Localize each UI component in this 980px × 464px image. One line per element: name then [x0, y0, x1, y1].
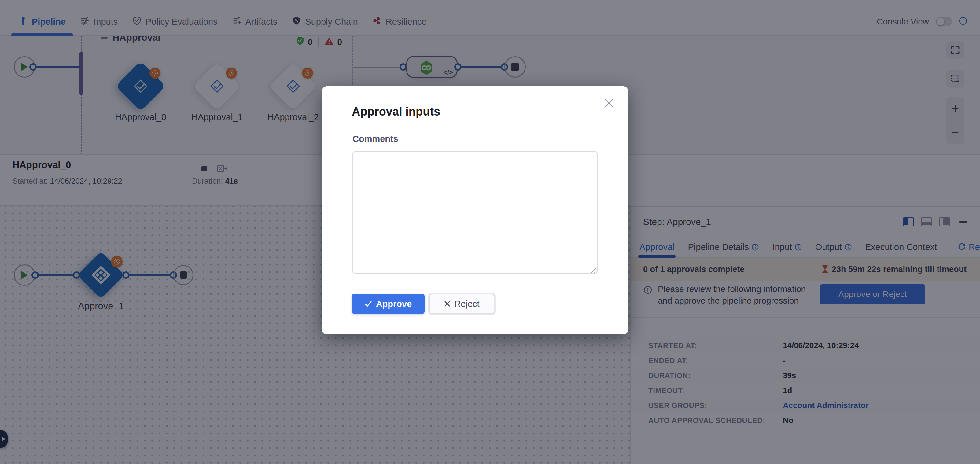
approve-button[interactable]: Approve — [352, 294, 425, 314]
close-icon[interactable] — [604, 98, 614, 108]
reject-button[interactable]: Reject — [430, 294, 494, 314]
modal-title: Approval inputs — [352, 105, 440, 118]
check-icon — [365, 300, 372, 307]
modal-buttons: Approve Reject — [352, 294, 494, 314]
cross-icon — [444, 301, 450, 307]
approval-inputs-modal: Approval inputs Comments Approve Reject — [322, 86, 628, 334]
reject-label: Reject — [454, 299, 479, 309]
comments-label: Comments — [352, 134, 398, 144]
approve-label: Approve — [376, 299, 412, 309]
comments-input[interactable] — [352, 151, 598, 273]
